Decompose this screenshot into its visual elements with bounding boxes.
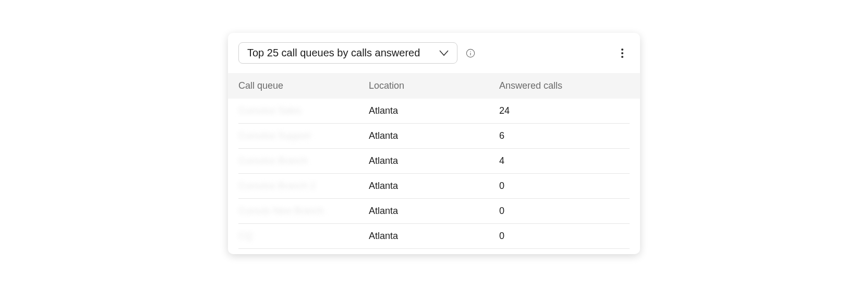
cell-queue: CQ <box>238 231 369 242</box>
dropdown-label: Top 25 call queues by calls answered <box>247 47 420 59</box>
table-row: Cumuls New Branch Atlanta 0 <box>238 199 630 224</box>
table-header: Call queue Location Answered calls <box>228 73 640 99</box>
cell-queue: Cumuls New Branch <box>238 206 369 217</box>
cell-location: Atlanta <box>369 181 499 192</box>
table-row: Cumulus Branch Atlanta 4 <box>238 149 630 174</box>
cell-answered: 0 <box>499 231 630 242</box>
table-row: Cumulus Branch 2 Atlanta 0 <box>238 174 630 199</box>
cell-location: Atlanta <box>369 130 499 141</box>
more-options-button[interactable] <box>615 46 630 61</box>
cell-queue: Cumulus Branch 2 <box>238 181 369 192</box>
cell-answered: 0 <box>499 206 630 217</box>
column-header-answered: Answered calls <box>499 80 630 91</box>
more-vertical-icon <box>621 49 623 58</box>
cell-queue: Cumulus Sales <box>238 105 369 116</box>
info-icon[interactable] <box>466 49 475 58</box>
cell-answered: 6 <box>499 130 630 141</box>
cell-answered: 24 <box>499 105 630 116</box>
svg-point-1 <box>470 51 471 51</box>
table-row: CQ Atlanta 0 <box>238 224 630 249</box>
metric-dropdown[interactable]: Top 25 call queues by calls answered <box>238 42 457 64</box>
cell-queue: Cumulus Support <box>238 130 369 141</box>
svg-point-5 <box>621 56 623 58</box>
cell-answered: 4 <box>499 156 630 166</box>
cell-location: Atlanta <box>369 156 499 166</box>
column-header-location: Location <box>369 80 499 91</box>
cell-answered: 0 <box>499 181 630 192</box>
table-body: Cumulus Sales Atlanta 24 Cumulus Support… <box>228 99 640 249</box>
cell-location: Atlanta <box>369 206 499 217</box>
call-queues-card: Top 25 call queues by calls answered Cal… <box>228 33 640 254</box>
card-header: Top 25 call queues by calls answered <box>228 42 640 73</box>
svg-point-4 <box>621 52 623 54</box>
table-row: Cumulus Support Atlanta 6 <box>238 124 630 149</box>
cell-location: Atlanta <box>369 105 499 116</box>
cell-queue: Cumulus Branch <box>238 156 369 166</box>
chevron-down-icon <box>439 50 449 56</box>
svg-point-3 <box>621 49 623 51</box>
table-row: Cumulus Sales Atlanta 24 <box>238 99 630 124</box>
cell-location: Atlanta <box>369 231 499 242</box>
column-header-queue: Call queue <box>238 80 369 91</box>
